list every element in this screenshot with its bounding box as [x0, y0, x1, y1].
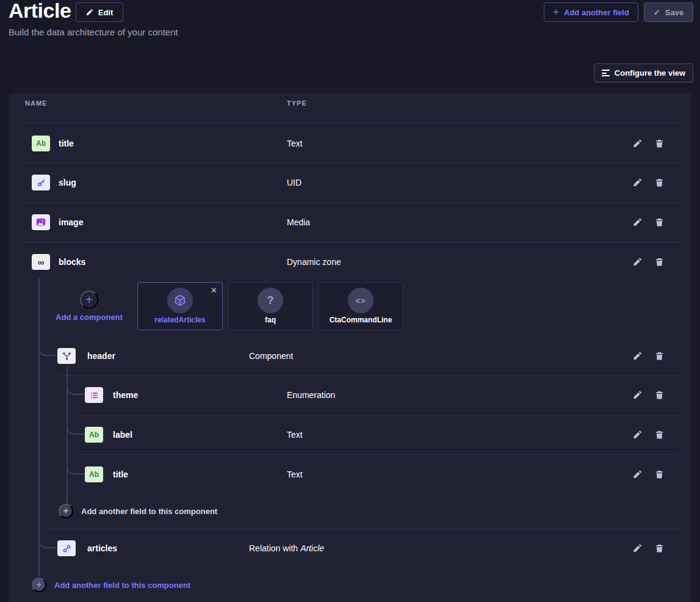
- pencil-icon: [86, 9, 93, 16]
- pencil-icon: [633, 258, 642, 267]
- column-header-type: TYPE: [287, 100, 307, 107]
- edit-button-label: Edit: [98, 8, 114, 17]
- row-separator: [24, 203, 679, 203]
- field-name: blocks: [59, 257, 85, 267]
- pencil-icon: [633, 218, 642, 227]
- save-button[interactable]: ✓ Save: [644, 2, 693, 22]
- add-field-to-zone-label[interactable]: Add another field to this component: [54, 581, 190, 590]
- add-another-field-label: Add another field: [564, 8, 629, 17]
- plus-icon: +: [36, 579, 41, 590]
- check-icon: ✓: [654, 8, 660, 17]
- field-name: slug: [59, 178, 76, 187]
- field-name: theme: [113, 390, 138, 400]
- uid-field-icon: [32, 175, 50, 190]
- field-type: Text: [287, 470, 303, 479]
- media-field-icon: [32, 214, 50, 230]
- enumeration-icon: [85, 387, 103, 403]
- column-header-name: NAME: [25, 100, 47, 107]
- field-name: title: [59, 139, 74, 148]
- pencil-icon: [633, 178, 642, 187]
- code-icon: <>: [348, 288, 373, 313]
- edit-field-button[interactable]: [633, 218, 642, 227]
- delete-field-button[interactable]: [655, 258, 664, 267]
- edit-field-button[interactable]: [633, 178, 642, 187]
- add-another-field-button[interactable]: + Add another field: [544, 2, 638, 22]
- component-card-ctacommandline[interactable]: <> CtaCommandLine: [318, 282, 403, 330]
- tree-elbow: [67, 465, 84, 474]
- filter-lines-icon: [602, 70, 610, 76]
- plus-icon: +: [85, 293, 93, 307]
- edit-field-button[interactable]: [633, 352, 642, 361]
- edit-field-button[interactable]: [633, 258, 642, 267]
- trash-icon: [655, 391, 664, 400]
- add-field-to-zone-button[interactable]: +: [32, 578, 46, 592]
- page-title: Article: [9, 0, 71, 23]
- tree-line: [38, 278, 40, 576]
- edit-field-button[interactable]: [633, 430, 642, 440]
- component-card-label: faq: [228, 316, 312, 324]
- edit-field-button[interactable]: [633, 391, 642, 400]
- delete-field-button[interactable]: [655, 544, 664, 553]
- component-card-relatedarticles[interactable]: ✕ relatedArticles: [137, 282, 223, 330]
- row-separator: [76, 415, 679, 416]
- delete-field-button[interactable]: [655, 218, 664, 227]
- delete-field-button[interactable]: [655, 178, 664, 187]
- delete-field-button[interactable]: [655, 352, 664, 361]
- field-type: Relation withArticle: [249, 543, 324, 553]
- component-icon: [57, 348, 76, 364]
- pencil-icon: [633, 470, 642, 479]
- configure-view-button[interactable]: Configure the view: [594, 63, 693, 82]
- plus-icon: +: [63, 506, 68, 517]
- question-icon: ?: [258, 288, 283, 313]
- field-type: Enumeration: [287, 390, 335, 400]
- edit-button[interactable]: Edit: [76, 2, 123, 22]
- row-separator: [24, 123, 679, 123]
- remove-component-button[interactable]: ✕: [209, 285, 218, 296]
- component-card-faq[interactable]: ? faq: [228, 282, 313, 330]
- row-separator: [59, 375, 679, 376]
- pencil-icon: [633, 391, 642, 400]
- delete-field-button[interactable]: [655, 470, 664, 479]
- trash-icon: [655, 470, 664, 479]
- field-name: label: [113, 430, 132, 440]
- component-card-label: CtaCommandLine: [319, 316, 403, 324]
- add-component-button[interactable]: +: [80, 291, 98, 309]
- field-type: Component: [249, 351, 293, 361]
- text-field-icon: Ab: [85, 427, 103, 443]
- save-button-label: Save: [665, 8, 684, 17]
- component-card-label: relatedArticles: [138, 316, 222, 324]
- configure-view-label: Configure the view: [615, 68, 685, 78]
- cube-icon: [167, 288, 193, 313]
- trash-icon: [655, 352, 664, 361]
- field-name: image: [59, 217, 83, 227]
- text-field-icon: Ab: [85, 466, 103, 482]
- trash-icon: [655, 139, 664, 148]
- row-separator: [24, 163, 679, 164]
- delete-field-button[interactable]: [655, 139, 664, 148]
- text-field-icon: Ab: [32, 136, 50, 151]
- add-field-to-component-button[interactable]: +: [59, 504, 73, 518]
- field-type: Dynamic zone: [287, 257, 341, 267]
- tree-elbow: [38, 539, 57, 548]
- edit-field-button[interactable]: [633, 470, 642, 479]
- add-component-label[interactable]: Add a component: [49, 313, 129, 322]
- plus-icon: +: [553, 7, 559, 17]
- field-type: Text: [287, 430, 303, 440]
- delete-field-button[interactable]: [655, 391, 664, 400]
- tree-elbow: [67, 425, 84, 435]
- field-name: header: [87, 351, 115, 361]
- delete-field-button[interactable]: [655, 430, 664, 440]
- page-subtitle: Build the data architecture of your cont…: [9, 27, 178, 37]
- trash-icon: [655, 430, 664, 440]
- pencil-icon: [633, 352, 642, 361]
- edit-field-button[interactable]: [633, 139, 642, 148]
- trash-icon: [655, 218, 664, 227]
- dynamic-zone-icon: ∞: [32, 254, 50, 270]
- tree-elbow: [38, 346, 57, 356]
- add-field-to-component-label[interactable]: Add another field to this component: [81, 507, 217, 516]
- field-type: Media: [287, 217, 310, 227]
- row-separator: [76, 454, 679, 455]
- field-type: Text: [287, 139, 303, 148]
- edit-field-button[interactable]: [633, 544, 642, 553]
- row-separator: [48, 529, 679, 529]
